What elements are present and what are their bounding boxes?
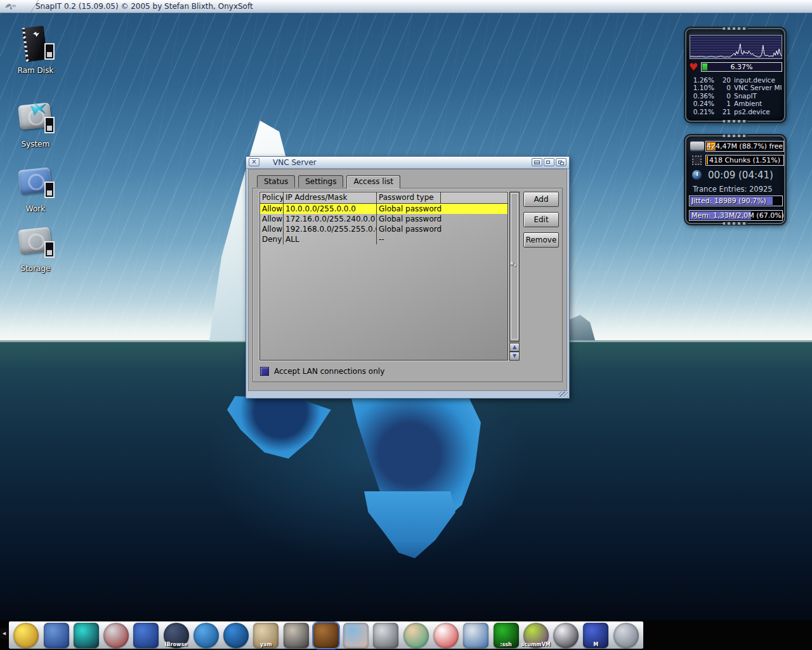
resize-grip[interactable] (558, 392, 568, 397)
ambient-sun-icon[interactable] (13, 623, 39, 648)
add-button[interactable]: Add (523, 192, 559, 207)
headphones-icon[interactable] (553, 623, 579, 648)
hedgehog-icon[interactable] (613, 623, 639, 648)
iconify-icon[interactable] (532, 158, 542, 166)
process-task: 0 (714, 84, 731, 91)
drive-icon (16, 100, 55, 137)
screen-title: SnapIT 0.2 (15.09.05) © 2005 by Stefan B… (36, 0, 253, 13)
process-name: VNC Server MUI S (734, 84, 782, 91)
morphos-m-icon[interactable]: M (583, 623, 608, 648)
cell-password: Global password (377, 214, 508, 224)
news-reader-icon[interactable] (284, 623, 309, 648)
ram-chip-icon (16, 27, 55, 63)
chewbacca-icon[interactable] (313, 623, 339, 648)
dock-icon-label: :ssh (500, 641, 511, 648)
tab-settings[interactable]: Settings (298, 175, 343, 187)
scroll-up-icon[interactable]: ▲ (509, 343, 520, 352)
desktop-icon-work[interactable]: Work (5, 165, 66, 213)
access-list-table[interactable]: PolicyIP Address/MaskPassword type Allow… (259, 192, 508, 361)
iceberg-underwater (227, 396, 481, 561)
column-header (441, 192, 508, 203)
cell-password: Global password (377, 204, 508, 214)
close-icon[interactable]: × (249, 158, 259, 166)
screen-title-bar[interactable]: SnapIT 0.2 (15.09.05) © 2005 by Stefan B… (0, 0, 812, 13)
desktop-icon-storage[interactable]: Storage (5, 225, 66, 273)
desktop-icon-system[interactable]: System (5, 100, 66, 149)
cell-ip: ALL (284, 234, 377, 244)
cpu-monitor-widget: ♥ 6.37% 1.26%20input.device1.10%0VNC Ser… (685, 28, 785, 122)
column-header: Password type (377, 192, 441, 203)
icon-badge (44, 43, 55, 60)
table-row[interactable]: Allow10.0.0.0/255.0.0.0Global password (260, 204, 508, 214)
desktop-icon-label: System (5, 140, 66, 149)
jitted-bar: Jitted: 18989 (90.7%) (689, 196, 783, 206)
ram-bar: 424,47M (88.7%) free (705, 141, 784, 152)
notepad-icon[interactable] (133, 623, 159, 648)
mouse-cursor (510, 262, 514, 266)
scroll-down-icon[interactable]: ▼ (509, 352, 520, 361)
scope-monitor-icon[interactable] (74, 623, 99, 648)
scrollbar-track[interactable] (509, 192, 520, 342)
process-row: 0.24%1Ambient (689, 100, 782, 107)
window-title: VNC Server (273, 157, 317, 168)
yam-mail-icon[interactable]: yam (253, 623, 278, 648)
scummvm-icon[interactable]: scummVM (523, 623, 549, 648)
ssh-terminal-icon[interactable]: :ssh (494, 623, 519, 648)
cell-ip: 192.168.0.0/255.255.0.0 (284, 224, 377, 234)
icon-badge (44, 241, 55, 258)
table-row[interactable]: DenyALL-- (260, 234, 508, 244)
floppy-disk-icon[interactable] (44, 623, 69, 648)
process-task: 0 (714, 92, 731, 100)
process-cpu: 0.36% (689, 92, 714, 100)
memory-monitor-widget: 424,47M (88.7%) free 418 Chunks (1.51%) … (685, 135, 785, 224)
lan-only-checkbox[interactable] (260, 367, 269, 376)
cell-ip: 172.16.0.0/255.240.0.0 (284, 214, 377, 224)
code-search-icon[interactable] (103, 623, 129, 648)
movie-eye-icon[interactable] (463, 623, 488, 648)
dock-icon-strip: IBrowseyam:sshscummVMM (9, 621, 643, 649)
zoom-icon[interactable] (544, 158, 554, 166)
globe-icon[interactable] (193, 623, 219, 648)
cpu-usage-bar: 6.37% (701, 62, 782, 72)
dock-collapse-icon[interactable]: ◀ (0, 628, 8, 639)
window-titlebar[interactable]: × VNC Server (246, 157, 569, 169)
process-row: 1.26%20input.device (689, 76, 782, 84)
ibrowse-icon[interactable]: IBrowse (164, 623, 189, 648)
chunks-bar: 418 Chunks (1.51%) (705, 155, 784, 166)
icon-badge (44, 117, 55, 133)
scrollbar[interactable]: ▲ ▼ (509, 192, 520, 361)
table-row[interactable]: Allow172.16.0.0/255.240.0.0Global passwo… (260, 214, 508, 224)
dock-icon-label: M (593, 641, 598, 648)
process-task: 1 (714, 100, 731, 107)
dock-icon-label: yam (260, 641, 272, 648)
radio-player-icon[interactable] (373, 623, 398, 648)
idea-bulb-icon[interactable] (433, 623, 459, 648)
depth-icon[interactable] (556, 158, 566, 166)
tab-status[interactable]: Status (257, 175, 295, 187)
desktop-icon-ram-disk[interactable]: Ram Disk (5, 27, 66, 75)
cell-password: -- (377, 234, 508, 244)
scrollbar-knob[interactable] (511, 193, 518, 340)
avatar-icon[interactable] (403, 623, 429, 648)
cell-policy: Allow (260, 204, 284, 214)
tab-access-list[interactable]: Access list (346, 175, 400, 189)
edit-button[interactable]: Edit (523, 212, 559, 227)
process-cpu: 1.10% (689, 84, 714, 91)
network-globe-icon[interactable] (223, 623, 249, 648)
cell-ip: 10.0.0.0/255.0.0.0 (284, 204, 377, 214)
process-cpu: 0.21% (689, 108, 714, 116)
desktop-icon-label: Storage (5, 264, 66, 273)
icon-badge (44, 182, 55, 198)
table-row[interactable]: Allow192.168.0.0/255.255.0.0Global passw… (260, 224, 508, 234)
cell-policy: Allow (260, 224, 284, 234)
process-task: 21 (714, 108, 731, 116)
remove-button[interactable]: Remove (523, 232, 559, 248)
process-row: 0.36%0SnapIT (689, 92, 782, 100)
mem-bar: Mem: 1,33M/2,0M (67.0%) (689, 210, 783, 221)
trance-entries-label: Trance Entries: 20925 (693, 185, 773, 194)
search-woman-icon[interactable] (343, 623, 369, 648)
vnc-server-window[interactable]: × VNC Server StatusSettingsAccess list P… (246, 156, 570, 399)
cpu-chip-icon (692, 156, 702, 165)
ambient-logo-icon (4, 1, 18, 11)
button-column: AddEditRemove (523, 192, 559, 253)
